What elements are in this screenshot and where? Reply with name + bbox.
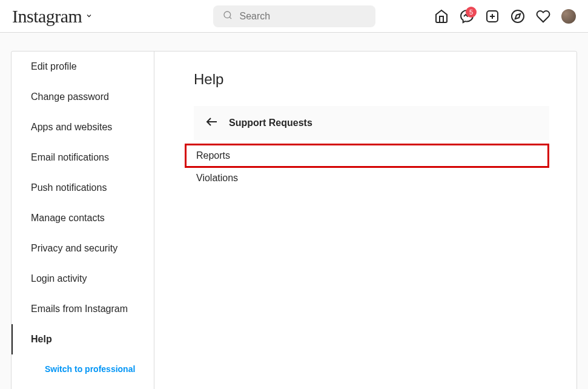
- settings-sidebar: Edit profile Change password Apps and we…: [12, 52, 154, 389]
- svg-line-1: [230, 17, 231, 19]
- instagram-logo: Instagram: [12, 6, 82, 27]
- sidebar-item-label: Edit profile: [31, 61, 77, 71]
- main-panel: Help Support Requests Reports Violations: [154, 52, 576, 389]
- chevron-down-icon: [85, 11, 93, 22]
- sidebar-item-login-activity[interactable]: Login activity: [12, 264, 154, 294]
- notification-badge: 5: [466, 7, 477, 18]
- sidebar-item-label: Help: [31, 334, 52, 344]
- sidebar-item-label: Email notifications: [31, 152, 109, 162]
- app-header: Instagram 5: [0, 0, 588, 33]
- sidebar-item-label: Apps and websites: [31, 122, 112, 132]
- sidebar-item-label: Privacy and security: [31, 243, 117, 253]
- sidebar-item-email-notifications[interactable]: Email notifications: [12, 142, 154, 173]
- page-title: Help: [194, 71, 549, 88]
- sidebar-item-label: Push notifications: [31, 182, 107, 193]
- search-icon: [223, 10, 233, 22]
- sidebar-item-label: Login activity: [31, 273, 87, 284]
- settings-container: Edit profile Change password Apps and we…: [11, 51, 577, 389]
- row-reports[interactable]: Reports: [185, 144, 549, 168]
- avatar[interactable]: [561, 9, 576, 24]
- activity-icon[interactable]: [536, 9, 550, 24]
- support-requests-title: Support Requests: [229, 118, 312, 128]
- new-post-icon[interactable]: [485, 9, 500, 24]
- logo-dropdown[interactable]: Instagram: [12, 6, 93, 27]
- sidebar-item-label: Manage contacts: [31, 213, 105, 223]
- switch-professional-link[interactable]: Switch to professional: [12, 354, 154, 384]
- row-label: Violations: [196, 173, 238, 183]
- sidebar-item-change-password[interactable]: Change password: [12, 82, 154, 112]
- search-bar[interactable]: [213, 5, 375, 27]
- sidebar-item-apps-websites[interactable]: Apps and websites: [12, 112, 154, 142]
- sidebar-item-help[interactable]: Help: [12, 324, 154, 354]
- sidebar-item-label: Emails from Instagram: [31, 304, 128, 314]
- home-icon[interactable]: [434, 9, 449, 24]
- sidebar-item-label: Change password: [31, 91, 109, 102]
- sidebar-item-push-notifications[interactable]: Push notifications: [12, 173, 154, 203]
- back-arrow-icon[interactable]: [205, 115, 219, 131]
- row-label: Reports: [196, 150, 230, 161]
- switch-link-label: Switch to professional: [45, 364, 135, 374]
- sidebar-item-privacy-security[interactable]: Privacy and security: [12, 233, 154, 264]
- sidebar-item-emails-instagram[interactable]: Emails from Instagram: [12, 294, 154, 324]
- nav-icons: 5: [434, 9, 576, 24]
- row-violations[interactable]: Violations: [194, 168, 549, 188]
- sidebar-item-manage-contacts[interactable]: Manage contacts: [12, 203, 154, 233]
- explore-icon[interactable]: [510, 9, 525, 24]
- messenger-icon[interactable]: 5: [460, 9, 474, 24]
- svg-marker-6: [515, 13, 520, 18]
- svg-point-0: [224, 12, 231, 18]
- svg-point-5: [512, 10, 524, 22]
- search-input[interactable]: [240, 11, 366, 22]
- support-requests-header[interactable]: Support Requests: [194, 106, 549, 140]
- sidebar-item-edit-profile[interactable]: Edit profile: [12, 52, 154, 82]
